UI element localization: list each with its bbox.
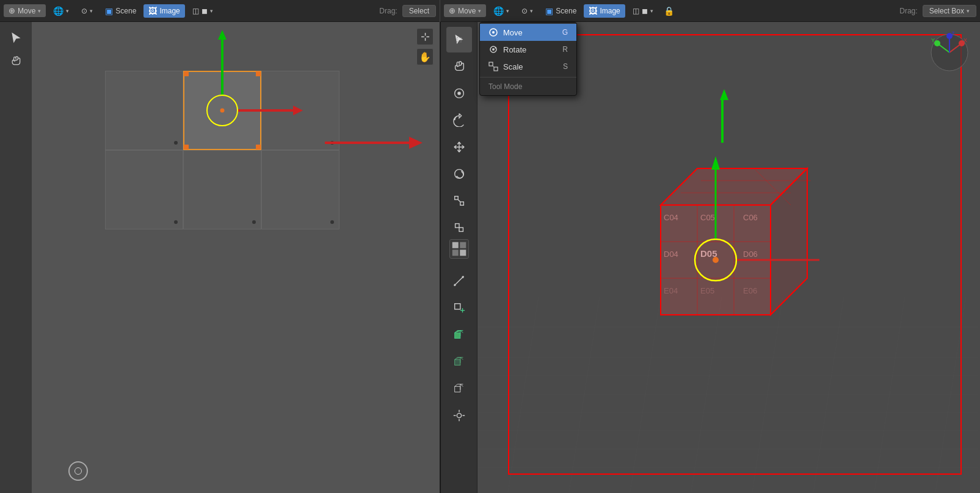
dropdown-item-move[interactable]: Move G [480,24,576,41]
dropdown-item-rotate-label: Rotate [488,45,526,54]
dropdown-move-text: Move [503,28,523,37]
scene-btn-left[interactable]: ▣ Scene [100,4,141,18]
image-icon-left: 🖼 [148,6,157,16]
red-arrowhead-2d [293,106,303,115]
red-arrowhead-long-2d [409,137,423,149]
shading2-icon-right: ◼ [642,7,648,15]
filter-chevron-right: ▾ [530,8,533,14]
handle-tr [256,71,261,76]
grid-cell-0-0[interactable] [105,71,183,150]
globe-icon-left: 🌐 [53,6,64,16]
globe-btn-right[interactable]: 🌐 ▾ [488,4,514,18]
scene-btn-right[interactable]: ▣ Scene [540,4,581,18]
svg-text:C04: C04 [664,213,678,222]
svg-text:C05: C05 [700,213,715,222]
select-label-left: Select [409,7,429,15]
svg-rect-16 [460,250,466,256]
cell-dot [174,220,178,224]
grid-cell-1-1[interactable] [183,150,261,229]
handle-tl [184,71,189,76]
center-divider [440,22,441,493]
hand-tool-mid[interactable] [446,54,472,79]
hand-tool-btn[interactable] [5,50,27,72]
translate-tool-mid[interactable] [446,134,472,160]
scale-icon-svg [488,62,498,71]
svg-rect-15 [452,250,458,256]
cursor-tool-mid[interactable] [446,27,472,52]
select-box-btn-right[interactable]: Select Box ▾ [923,5,976,17]
move-chevron-left: ▾ [38,8,41,14]
globe-btn-left[interactable]: 🌐 ▾ [48,4,74,18]
select-btn-left[interactable]: Select [402,5,436,17]
add-cube-tool-mid[interactable] [446,295,472,321]
green-cube-tool-mid[interactable] [446,322,472,348]
viewport-2d[interactable]: ⊹ ✋ [32,22,440,493]
cursor-icon [10,32,22,44]
toolbar-left [0,22,32,493]
image-btn-right[interactable]: 🖼 Image [584,4,625,18]
hand-nav-btn[interactable]: ✋ [416,48,434,65]
rotate-view-mid[interactable] [446,107,472,133]
handle-br [256,145,261,149]
transform-widget-mid[interactable] [446,81,472,106]
move-tool-btn-right[interactable]: ⊕ Move ▾ [444,4,486,17]
green-arrow-shaft-2d [221,40,223,95]
nav-gizmo[interactable]: X Y Z [928,31,971,76]
svg-rect-14 [460,242,466,248]
green-arrow-shaft-3d [721,100,724,143]
cube-3d-svg: C04 C05 C06 D04 D05 D06 E04 E05 E06 [612,120,819,327]
extra-icon-mid [452,409,466,422]
add-cube-icon-mid [452,301,466,315]
transform3d-tool-mid[interactable] [446,215,472,240]
rotate-view-icon [452,113,466,127]
svg-rect-8 [454,304,460,309]
measure-tool-mid[interactable] [446,268,472,294]
dropdown-item-rotate[interactable]: Rotate R [480,41,576,58]
grid-cell-0-1[interactable] [183,71,261,150]
scene-icon-left: ▣ [105,6,113,16]
rotate-menu-icon [488,45,498,54]
scale-tool-mid[interactable] [446,188,472,214]
overlay-toggle-btn[interactable] [449,239,469,259]
green-arrow-3d [719,89,728,143]
extra-tool-mid[interactable] [446,403,472,428]
header-bar: ⊕ Move ▾ 🌐 ▾ ⊙ ▾ ▣ Scene 🖼 Image ◫ ◼ ▾ D… [0,0,980,22]
svg-rect-4 [454,196,458,200]
viewport-shading-btn-right[interactable]: ◫ ◼ ▾ [628,5,658,17]
dark-cube-tool-mid[interactable] [446,349,472,375]
svg-marker-57 [711,156,720,170]
rotate-tool-mid[interactable] [446,161,472,187]
svg-text:Y: Y [931,37,935,43]
filter-btn-left[interactable]: ⊙ ▾ [76,5,98,17]
svg-point-71 [492,31,495,34]
filter-btn-right[interactable]: ⊙ ▾ [517,5,538,17]
svg-text:X: X [964,37,967,43]
move-menu-icon [488,27,498,37]
svg-text:D06: D06 [743,250,758,259]
image-label-left: Image [159,7,180,15]
viewport-shading-btn-left[interactable]: ◫ ◼ ▾ [187,5,218,17]
image-btn-left[interactable]: 🖼 Image [143,4,184,18]
scale-icon-mid [452,194,466,207]
overlay-icon [450,240,468,258]
orientation-indicator-2d [68,461,88,481]
scale-menu-icon [488,62,498,71]
tool-mode-text: Tool Mode [488,82,522,91]
dropdown-separator [480,77,576,77]
move-icon-right: ⊕ [449,6,456,15]
move-tool-btn-left[interactable]: ⊕ Move ▾ [4,4,46,17]
dropdown-item-scale[interactable]: Scale S [480,58,576,75]
move-chevron-right: ▾ [478,8,481,14]
transform-widget-icon [452,87,466,100]
grid-cell-1-2[interactable] [261,150,339,229]
green-cube-icon-mid [452,328,466,342]
cursor-tool-btn[interactable] [5,27,27,49]
cube-wire-tool-mid[interactable] [446,376,472,401]
drag-label-left: Drag: [379,7,397,15]
svg-point-55 [713,257,719,263]
orientation-inner [74,467,82,475]
translate-icon-mid [452,140,466,154]
grid-cell-1-0[interactable] [105,150,183,229]
zoom-to-fit-btn[interactable]: ⊹ [416,28,434,45]
lock-btn-right[interactable]: 🔒 [661,2,678,20]
